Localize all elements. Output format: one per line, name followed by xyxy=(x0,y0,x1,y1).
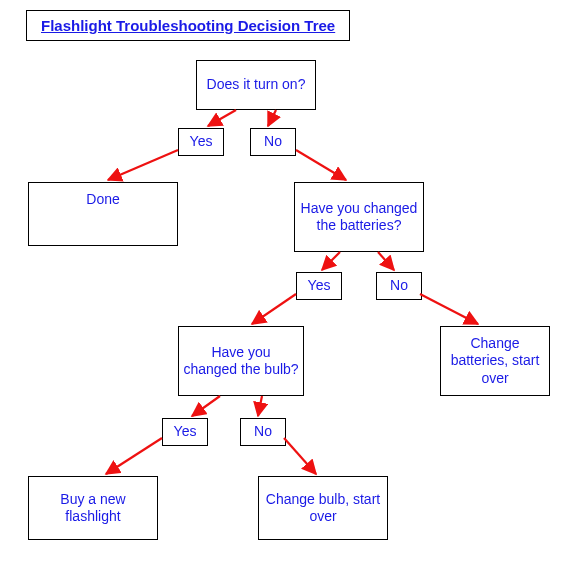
svg-line-6 xyxy=(252,294,296,324)
svg-line-1 xyxy=(268,110,276,126)
svg-line-10 xyxy=(106,438,162,474)
node-buy-new: Buy a new flashlight xyxy=(28,476,158,540)
node-q1: Does it turn on? xyxy=(196,60,316,110)
node-change-bulb: Change bulb, start over xyxy=(258,476,388,540)
diagram-canvas: Flashlight Troubleshooting Decision Tree… xyxy=(0,0,575,581)
node-change-batteries: Change batteries, start over xyxy=(440,326,550,396)
svg-line-7 xyxy=(420,294,478,324)
svg-line-11 xyxy=(284,438,316,474)
diagram-title: Flashlight Troubleshooting Decision Tree xyxy=(26,10,350,41)
node-done: Done xyxy=(28,182,178,246)
node-q3-no: No xyxy=(240,418,286,446)
node-q3: Have you changed the bulb? xyxy=(178,326,304,396)
node-q2-yes: Yes xyxy=(296,272,342,300)
node-q1-no: No xyxy=(250,128,296,156)
svg-line-2 xyxy=(108,150,178,180)
node-q3-yes: Yes xyxy=(162,418,208,446)
svg-line-8 xyxy=(192,396,220,416)
node-q1-yes: Yes xyxy=(178,128,224,156)
svg-line-3 xyxy=(296,150,346,180)
node-q2-no: No xyxy=(376,272,422,300)
svg-line-9 xyxy=(258,396,262,416)
svg-line-0 xyxy=(208,110,236,126)
node-q2: Have you changed the batteries? xyxy=(294,182,424,252)
svg-line-4 xyxy=(322,252,340,270)
svg-line-5 xyxy=(378,252,394,270)
